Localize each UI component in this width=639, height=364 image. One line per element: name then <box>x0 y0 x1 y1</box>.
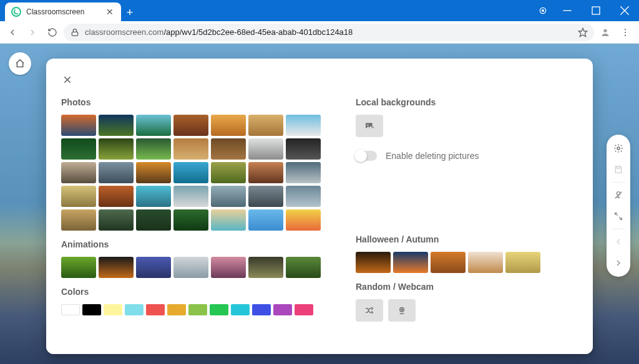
color-swatch[interactable] <box>273 304 292 315</box>
section-title-halloween: Halloween / Autumn <box>356 234 578 244</box>
photo-thumb[interactable] <box>61 138 96 160</box>
animations-grid <box>61 257 329 278</box>
animation-thumb[interactable] <box>61 257 96 278</box>
photo-thumb[interactable] <box>248 115 283 136</box>
color-swatch[interactable] <box>82 304 101 315</box>
animation-thumb[interactable] <box>248 257 283 278</box>
halloween-thumb[interactable] <box>468 252 503 273</box>
photo-thumb[interactable] <box>99 186 134 207</box>
photo-thumb[interactable] <box>136 115 171 136</box>
animation-thumb[interactable] <box>173 257 208 278</box>
photo-thumb[interactable] <box>99 209 134 231</box>
enable-delete-toggle[interactable] <box>356 151 377 161</box>
prev-screen-button[interactable] <box>610 233 627 251</box>
color-swatch[interactable] <box>210 304 228 315</box>
forward-button[interactable] <box>24 24 41 41</box>
photo-thumb[interactable] <box>211 162 246 183</box>
close-window-button[interactable] <box>610 0 639 21</box>
photo-thumb[interactable] <box>286 186 321 207</box>
address-bar[interactable]: classroomscreen.com/app/wv1/5d2bc2ee-68e… <box>64 24 594 41</box>
browser-tab-active[interactable]: Classroomscreen ✕ <box>5 2 121 21</box>
photo-thumb[interactable] <box>173 186 208 207</box>
photo-thumb[interactable] <box>173 162 208 183</box>
new-tab-button[interactable]: + <box>121 4 139 21</box>
fullscreen-button[interactable] <box>610 208 627 225</box>
photo-thumb[interactable] <box>286 115 321 136</box>
photo-thumb[interactable] <box>286 209 321 231</box>
color-swatch[interactable] <box>231 304 250 315</box>
sync-icon[interactable] <box>533 6 553 16</box>
photo-thumb[interactable] <box>211 186 246 207</box>
star-icon[interactable] <box>578 27 588 37</box>
photo-thumb[interactable] <box>61 162 96 183</box>
photo-thumb[interactable] <box>211 138 246 160</box>
photo-thumb[interactable] <box>173 115 208 136</box>
photo-thumb[interactable] <box>286 138 321 160</box>
photo-thumb[interactable] <box>61 186 96 207</box>
photo-thumb[interactable] <box>173 138 208 160</box>
photo-thumb[interactable] <box>136 138 171 160</box>
reload-button[interactable] <box>44 24 61 41</box>
animation-thumb[interactable] <box>211 257 246 278</box>
photo-thumb[interactable] <box>99 115 134 136</box>
animation-thumb[interactable] <box>286 257 321 278</box>
lock-icon <box>70 27 80 37</box>
color-swatch[interactable] <box>167 304 186 315</box>
mute-button[interactable] <box>610 186 627 204</box>
tab-close-button[interactable]: ✕ <box>105 7 115 17</box>
home-button[interactable] <box>9 52 31 75</box>
photo-thumb[interactable] <box>211 115 246 136</box>
photo-thumb[interactable] <box>286 162 321 183</box>
animation-thumb[interactable] <box>99 257 134 278</box>
left-column: Photos Animations Colors <box>61 97 329 322</box>
settings-button[interactable] <box>610 140 627 157</box>
color-swatch[interactable] <box>125 304 144 315</box>
halloween-thumb[interactable] <box>356 252 391 273</box>
color-swatch[interactable] <box>295 304 313 315</box>
photo-thumb[interactable] <box>61 115 96 136</box>
photo-thumb[interactable] <box>248 209 283 231</box>
close-modal-button[interactable] <box>57 70 77 90</box>
photo-thumb[interactable] <box>136 209 171 231</box>
minimize-button[interactable] <box>553 0 582 21</box>
photo-thumb[interactable] <box>248 138 283 160</box>
photo-thumb[interactable] <box>211 209 246 231</box>
window-title-bar: Classroomscreen ✕ + <box>0 0 639 21</box>
site-favicon <box>11 7 21 17</box>
maximize-button[interactable] <box>582 0 610 21</box>
photo-thumb[interactable] <box>136 162 171 183</box>
color-swatch[interactable] <box>61 304 80 315</box>
halloween-thumb[interactable] <box>505 252 540 273</box>
svg-point-17 <box>400 307 404 312</box>
animation-thumb[interactable] <box>136 257 171 278</box>
photo-thumb[interactable] <box>248 162 283 183</box>
svg-point-1 <box>542 10 544 12</box>
colors-grid <box>61 304 329 315</box>
photo-thumb[interactable] <box>99 138 134 160</box>
browser-tabs: Classroomscreen ✕ + <box>0 2 139 21</box>
halloween-thumb[interactable] <box>431 252 466 273</box>
profile-button[interactable] <box>597 24 614 41</box>
back-button[interactable] <box>4 24 21 41</box>
section-title-local: Local backgrounds <box>356 97 578 107</box>
color-swatch[interactable] <box>252 304 271 315</box>
toggle-label: Enable deleting pictures <box>386 151 479 161</box>
photo-thumb[interactable] <box>173 209 208 231</box>
photos-grid <box>61 115 329 231</box>
photo-thumb[interactable] <box>61 209 96 231</box>
section-title-photos: Photos <box>61 97 329 107</box>
photo-thumb[interactable] <box>99 162 134 183</box>
color-swatch[interactable] <box>188 304 207 315</box>
random-background-button[interactable] <box>356 299 383 322</box>
color-swatch[interactable] <box>146 304 165 315</box>
menu-button[interactable] <box>617 24 634 41</box>
halloween-thumb[interactable] <box>393 252 428 273</box>
save-button[interactable] <box>610 161 627 178</box>
next-screen-button[interactable] <box>610 254 627 272</box>
photo-thumb[interactable] <box>248 186 283 207</box>
webcam-background-button[interactable] <box>388 299 416 322</box>
color-swatch[interactable] <box>104 304 122 315</box>
upload-image-button[interactable]: + <box>356 115 383 137</box>
section-title-animations: Animations <box>61 239 329 249</box>
photo-thumb[interactable] <box>136 186 171 207</box>
